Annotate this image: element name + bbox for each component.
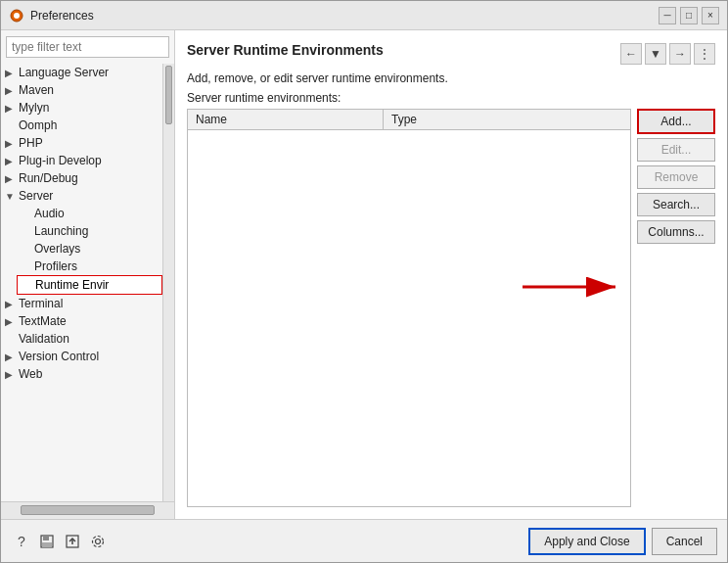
leaf-icon — [5, 334, 19, 345]
sidebar-item-label: Maven — [19, 83, 159, 97]
expand-arrow-icon: ▶ — [5, 369, 19, 380]
sidebar-scrollbar-vertical[interactable] — [162, 64, 174, 501]
sidebar-item-terminal[interactable]: ▶ Terminal — [1, 295, 162, 312]
svg-point-1 — [14, 13, 20, 19]
back-button[interactable]: ← — [620, 43, 642, 65]
bottom-bar: ? — [1, 519, 727, 562]
svg-rect-5 — [43, 536, 49, 540]
menu-button[interactable]: ⋮ — [694, 43, 715, 65]
sidebar-item-php[interactable]: ▶ PHP — [1, 134, 162, 152]
tree-container: ▶ Language Server ▶ Maven ▶ Mylyn Oomph — [1, 64, 162, 501]
cancel-button[interactable]: Cancel — [652, 528, 717, 555]
sidebar-item-web[interactable]: ▶ Web — [1, 365, 162, 383]
sidebar-item-server[interactable]: ▼ Server — [1, 187, 162, 205]
sidebar-item-label: Launching — [34, 224, 159, 238]
sidebar-item-maven[interactable]: ▶ Maven — [1, 81, 162, 99]
sidebar-item-launching[interactable]: Launching — [17, 222, 162, 240]
expand-arrow-icon: ▶ — [5, 156, 19, 166]
sidebar-item-textmate[interactable]: ▶ TextMate — [1, 312, 162, 330]
window-title: Preferences — [30, 9, 659, 23]
column-name: Name — [188, 110, 384, 129]
table-body — [188, 130, 630, 506]
columns-button[interactable]: Columns... — [637, 220, 715, 244]
add-button[interactable]: Add... — [637, 109, 715, 134]
maximize-button[interactable]: □ — [680, 7, 698, 24]
sidebar-item-label: TextMate — [19, 314, 159, 328]
bottom-icons: ? — [11, 531, 523, 552]
sidebar-item-audio[interactable]: Audio — [17, 205, 162, 222]
header-title-row: Server Runtime Environments ← ▼ → ⋮ — [187, 42, 715, 66]
app-icon — [9, 8, 24, 23]
expand-arrow-icon: ▶ — [5, 138, 19, 149]
expand-arrow-icon: ▶ — [5, 68, 19, 78]
table-label: Server runtime environments: — [187, 91, 715, 105]
runtime-environments-table: Name Type — [187, 109, 631, 507]
leaf-icon — [22, 280, 35, 291]
expand-arrow-icon: ▶ — [5, 173, 19, 184]
sidebar-item-overlays[interactable]: Overlays — [17, 240, 162, 258]
save-icon[interactable] — [36, 531, 58, 552]
filter-input[interactable] — [6, 36, 169, 58]
sidebar-item-label: Web — [19, 367, 159, 381]
column-type: Type — [384, 110, 630, 129]
sidebar-item-label: Validation — [19, 332, 159, 346]
main-content: ▶ Language Server ▶ Maven ▶ Mylyn Oomph — [1, 30, 727, 519]
sidebar-item-profilers[interactable]: Profilers — [17, 258, 162, 275]
panel-description: Add, remove, or edit server runtime envi… — [187, 71, 715, 85]
sidebar-item-label: Audio — [34, 207, 159, 220]
sidebar-item-mylyn[interactable]: ▶ Mylyn — [1, 99, 162, 117]
sidebar-item-oomph[interactable]: Oomph — [1, 117, 162, 134]
leaf-icon — [5, 120, 19, 131]
sidebar-item-label: Profilers — [34, 259, 159, 273]
sidebar-item-validation[interactable]: Validation — [1, 330, 162, 348]
server-children: Audio Launching Overlays Profile — [1, 205, 162, 295]
forward-button[interactable]: → — [669, 43, 691, 65]
svg-point-10 — [93, 536, 104, 546]
sidebar-item-label: Oomph — [19, 118, 159, 132]
title-bar: Preferences ─ □ × — [1, 1, 727, 30]
remove-button[interactable]: Remove — [637, 165, 715, 189]
scroll-thumb-horizontal[interactable] — [21, 505, 155, 515]
expand-arrow-icon: ▶ — [5, 352, 19, 362]
sidebar-item-plugin-develop[interactable]: ▶ Plug-in Develop — [1, 152, 162, 169]
sidebar-item-label: Mylyn — [19, 101, 159, 115]
tree-scroll-wrapper: ▶ Language Server ▶ Maven ▶ Mylyn Oomph — [1, 64, 174, 501]
export-icon[interactable] — [62, 531, 83, 552]
apply-close-button[interactable]: Apply and Close — [528, 528, 645, 555]
window-controls: ─ □ × — [659, 7, 719, 24]
sidebar-item-label: Plug-in Develop — [19, 154, 159, 167]
sidebar-item-label: Server — [19, 189, 159, 203]
sidebar-item-run-debug[interactable]: ▶ Run/Debug — [1, 169, 162, 187]
sidebar-item-language-server[interactable]: ▶ Language Server — [1, 64, 162, 81]
leaf-icon — [21, 261, 34, 272]
forward-dropdown-button[interactable]: ▼ — [645, 43, 666, 65]
sidebar-item-label: Version Control — [19, 350, 159, 363]
sidebar-item-version-control[interactable]: ▶ Version Control — [1, 348, 162, 365]
scroll-track-horizontal — [1, 502, 174, 519]
edit-button[interactable]: Edit... — [637, 138, 715, 162]
settings-icon[interactable] — [87, 531, 109, 552]
sidebar-item-label: Run/Debug — [19, 171, 159, 185]
scroll-thumb-vertical[interactable] — [165, 66, 172, 124]
sidebar-item-runtime-envir[interactable]: Runtime Envir — [17, 275, 162, 295]
sidebar-item-label: Runtime Envir — [35, 278, 158, 292]
search-button[interactable]: Search... — [637, 193, 715, 216]
sidebar-item-label: Overlays — [34, 242, 159, 256]
sidebar: ▶ Language Server ▶ Maven ▶ Mylyn Oomph — [1, 30, 175, 519]
preferences-window: Preferences ─ □ × ▶ Language Server ▶ Ma… — [0, 0, 728, 563]
help-icon[interactable]: ? — [11, 531, 32, 552]
side-action-buttons: Add... Edit... Remove Search... Columns.… — [637, 109, 715, 507]
sidebar-scrollbar-horizontal[interactable] — [1, 501, 174, 519]
minimize-button[interactable]: ─ — [659, 7, 676, 24]
close-button[interactable]: × — [702, 7, 719, 24]
expand-arrow-icon: ▶ — [5, 85, 19, 96]
leaf-icon — [21, 244, 34, 255]
expand-arrow-icon: ▶ — [5, 103, 19, 114]
expand-arrow-icon: ▶ — [5, 316, 19, 327]
svg-rect-6 — [42, 542, 52, 547]
bottom-buttons: Apply and Close Cancel — [528, 528, 717, 555]
sidebar-item-label: Language Server — [19, 66, 159, 79]
expand-arrow-icon: ▶ — [5, 299, 19, 309]
svg-point-9 — [96, 539, 101, 543]
leaf-icon — [21, 209, 34, 219]
